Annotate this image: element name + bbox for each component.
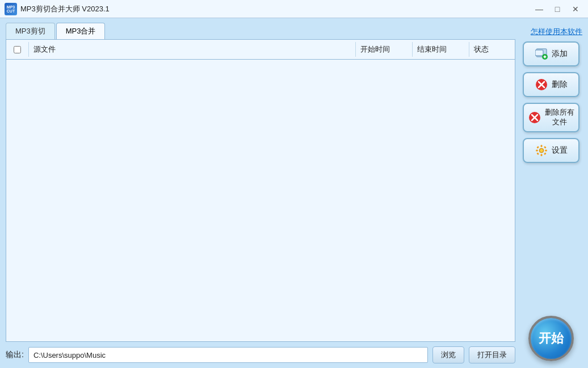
delete-all-label: 删除所有文件 [545, 108, 574, 127]
minimize-button[interactable]: — [531, 3, 547, 15]
tab-mp3-cut[interactable]: MP3剪切 [6, 23, 55, 39]
column-start: 开始时间 [356, 42, 413, 57]
column-checkbox [6, 42, 29, 57]
main-container: MP3剪切 MP3合并 怎样使用本软件 源文件 开始时间 结束时间 状态 [0, 18, 588, 368]
add-icon [535, 47, 548, 61]
delete-all-icon [528, 111, 541, 124]
select-all-checkbox[interactable] [14, 46, 21, 53]
settings-label: 设置 [552, 145, 568, 156]
svg-rect-12 [541, 145, 543, 147]
output-row: 输出: 浏览 打开目录 [6, 346, 515, 363]
file-table: 源文件 开始时间 结束时间 状态 [6, 39, 515, 342]
right-panel: 添加 删除 [520, 39, 582, 363]
settings-icon [535, 144, 548, 157]
svg-rect-16 [536, 146, 539, 149]
output-path-input[interactable] [28, 347, 428, 363]
add-button[interactable]: 添加 [523, 41, 579, 66]
tabs-row: MP3剪切 MP3合并 怎样使用本软件 [6, 23, 582, 39]
help-link[interactable]: 怎样使用本软件 [531, 27, 582, 39]
browse-button[interactable]: 浏览 [432, 346, 464, 363]
title-bar: MP3CUT MP3剪切合并大师 V2023.1 — □ ✕ [0, 0, 588, 18]
svg-rect-1 [535, 50, 543, 56]
content-area: 源文件 开始时间 结束时间 状态 输出: 浏览 打开目录 [6, 39, 582, 363]
delete-button[interactable]: 删除 [523, 72, 579, 97]
delete-icon [535, 78, 548, 91]
start-button[interactable]: 开始 [528, 316, 574, 361]
column-status: 状态 [469, 42, 515, 57]
window-title: MP3剪切合并大师 V2023.1 [20, 4, 531, 14]
svg-point-20 [540, 149, 544, 153]
window-controls: — □ ✕ [531, 3, 583, 15]
output-label: 输出: [6, 350, 24, 360]
column-source: 源文件 [29, 42, 356, 57]
start-btn-wrapper: 开始 [528, 316, 574, 363]
app-icon-text: MP3CUT [7, 5, 15, 13]
close-button[interactable]: ✕ [568, 3, 583, 15]
settings-button[interactable]: 设置 [523, 138, 579, 163]
svg-rect-4 [544, 56, 545, 58]
column-end: 结束时间 [413, 42, 469, 57]
svg-rect-18 [536, 152, 539, 155]
left-panel: 源文件 开始时间 结束时间 状态 输出: 浏览 打开目录 [6, 39, 515, 363]
svg-rect-15 [545, 150, 547, 152]
app-icon: MP3CUT [5, 3, 17, 15]
table-body [6, 60, 515, 342]
delete-all-button[interactable]: 删除所有文件 [523, 103, 579, 132]
maximize-button[interactable]: □ [549, 3, 565, 15]
svg-rect-14 [536, 150, 538, 152]
tab-mp3-merge[interactable]: MP3合并 [56, 23, 106, 39]
delete-label: 删除 [552, 80, 568, 90]
svg-rect-13 [541, 154, 543, 156]
svg-rect-17 [544, 146, 547, 149]
add-label: 添加 [552, 49, 568, 59]
svg-rect-19 [544, 152, 547, 155]
table-header: 源文件 开始时间 结束时间 状态 [6, 40, 515, 60]
open-dir-button[interactable]: 打开目录 [469, 346, 515, 363]
start-label: 开始 [539, 330, 564, 347]
